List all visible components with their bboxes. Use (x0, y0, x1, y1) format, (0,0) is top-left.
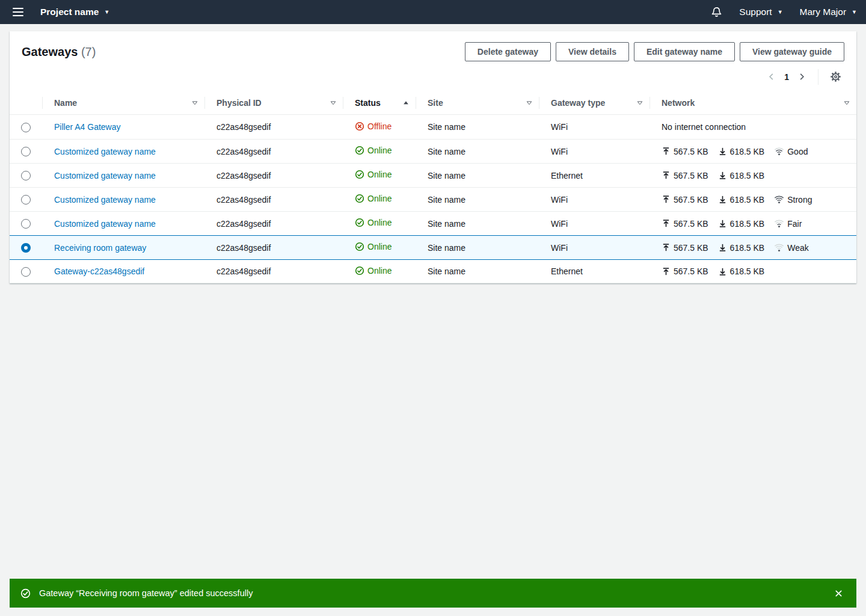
status-offline-icon (355, 122, 364, 131)
select-cell (10, 115, 42, 139)
user-menu[interactable]: Mary Major ▼ (800, 7, 857, 17)
physical-id-cell: c22as48gsedif (204, 115, 343, 139)
upload-stat: 567.5 KB (662, 266, 708, 276)
success-check-icon (20, 588, 31, 599)
row-select-radio[interactable] (21, 123, 31, 132)
column-header-name[interactable]: Name (42, 91, 204, 115)
column-header-physical-id[interactable]: Physical ID (204, 91, 343, 115)
column-header-network[interactable]: Network (650, 91, 856, 115)
gateway-type-cell: Ethernet (539, 163, 650, 187)
column-header-status[interactable]: Status (343, 91, 416, 115)
project-name-menu[interactable]: Project name ▼ (40, 7, 109, 17)
download-icon (718, 243, 727, 252)
gateway-name-link[interactable]: Piller A4 Gateway (54, 122, 121, 132)
row-select-radio[interactable] (21, 171, 31, 180)
sort-icon (843, 99, 850, 106)
download-value: 618.5 KB (730, 195, 765, 205)
status-indicator: Online (355, 170, 392, 179)
column-label: Network (662, 98, 695, 108)
column-label: Gateway type (551, 98, 605, 108)
status-indicator: Online (355, 146, 392, 155)
network-cell: 567.5 KB618.5 KB (662, 171, 850, 180)
name-cell: Receiving room gateway (42, 235, 204, 259)
network-cell-td: 567.5 KB618.5 KBFair (650, 211, 856, 235)
delete-gateway-button[interactable]: Delete gateway (465, 42, 551, 61)
page-title-text: Gateways (22, 45, 78, 58)
download-value: 618.5 KB (730, 219, 765, 229)
notifications-bell-icon[interactable] (711, 7, 722, 18)
column-header-gateway-type[interactable]: Gateway type (539, 91, 650, 115)
site-cell: Site name (416, 163, 539, 187)
row-select-radio[interactable] (21, 195, 31, 205)
name-cell: Customized gateway name (42, 187, 204, 211)
row-select-radio[interactable] (21, 243, 31, 253)
upload-value: 567.5 KB (674, 243, 708, 253)
download-value: 618.5 KB (730, 266, 765, 276)
status-cell: Offline (343, 115, 416, 139)
gateway-name-link[interactable]: Receiving room gateway (54, 243, 146, 253)
table-row[interactable]: Customized gateway namec22as48gsedifOnli… (10, 139, 856, 163)
settings-gear-icon[interactable] (826, 69, 846, 85)
table-row[interactable]: Gateway-c22as48gsedifc22as48gsedifOnline… (10, 259, 856, 283)
download-stat: 618.5 KB (718, 195, 765, 205)
sort-icon (330, 99, 337, 106)
view-details-button[interactable]: View details (556, 42, 629, 61)
sort-icon (526, 99, 533, 106)
table-row[interactable]: Receiving room gatewayc22as48gsedifOnlin… (10, 235, 856, 259)
status-cell: Online (343, 235, 416, 259)
status-indicator: Online (355, 218, 392, 227)
row-select-radio[interactable] (21, 219, 31, 229)
table-row[interactable]: Piller A4 Gatewayc22as48gsedifOfflineSit… (10, 115, 856, 139)
site-cell: Site name (416, 211, 539, 235)
table-row[interactable]: Customized gateway namec22as48gsedifOnli… (10, 163, 856, 187)
sort-icon (636, 99, 643, 106)
download-icon (718, 171, 727, 180)
sort-asc-icon (402, 99, 410, 106)
next-page-button[interactable] (793, 70, 811, 84)
network-cell: 567.5 KB618.5 KBStrong (662, 194, 850, 205)
site-cell: Site name (416, 115, 539, 139)
column-label: Status (355, 98, 381, 108)
chevron-down-icon: ▼ (104, 10, 109, 15)
edit-gateway-name-button[interactable]: Edit gateway name (634, 42, 735, 61)
status-online-icon (355, 266, 364, 276)
network-cell-td: 567.5 KB618.5 KB (650, 163, 856, 187)
table-row[interactable]: Customized gateway namec22as48gsedifOnli… (10, 187, 856, 211)
column-label: Physical ID (216, 98, 262, 108)
column-label: Site (428, 98, 443, 108)
current-page-number[interactable]: 1 (780, 72, 793, 82)
gateway-name-link[interactable]: Gateway-c22as48gsedif (54, 266, 144, 276)
wifi-signal-label: Fair (787, 219, 802, 229)
download-stat: 618.5 KB (718, 147, 765, 156)
previous-page-button[interactable] (763, 70, 780, 84)
status-label: Offline (367, 122, 392, 131)
network-cell: No internet connection (662, 122, 850, 132)
upload-stat: 567.5 KB (662, 219, 708, 229)
menu-icon[interactable] (9, 4, 27, 20)
panel-header: Gateways (7) Delete gateway View details… (10, 31, 856, 61)
gateway-name-link[interactable]: Customized gateway name (54, 195, 156, 205)
gateway-type-cell: WiFi (539, 187, 650, 211)
status-cell: Online (343, 163, 416, 187)
network-cell: 567.5 KB618.5 KBFair (662, 218, 850, 229)
gateway-name-link[interactable]: Customized gateway name (54, 147, 156, 156)
support-menu[interactable]: Support ▼ (739, 7, 782, 17)
view-gateway-guide-button[interactable]: View gateway guide (740, 42, 844, 61)
gateway-name-link[interactable]: Customized gateway name (54, 171, 156, 180)
gateway-name-link[interactable]: Customized gateway name (54, 219, 156, 229)
name-cell: Customized gateway name (42, 139, 204, 163)
top-navbar: Project name ▼ Support ▼ Mary Major ▼ (0, 0, 866, 24)
select-cell (10, 139, 42, 163)
column-header-site[interactable]: Site (416, 91, 539, 115)
row-select-radio[interactable] (21, 267, 31, 277)
physical-id-cell: c22as48gsedif (204, 139, 343, 163)
status-label: Online (367, 146, 392, 155)
table-row[interactable]: Customized gateway namec22as48gsedifOnli… (10, 211, 856, 235)
status-online-icon (355, 146, 364, 155)
select-column-header (10, 91, 42, 115)
upload-value: 567.5 KB (674, 171, 708, 180)
row-select-radio[interactable] (21, 147, 31, 156)
upload-value: 567.5 KB (674, 147, 708, 156)
table-controls: 1 (10, 61, 856, 91)
close-icon[interactable] (832, 587, 846, 600)
